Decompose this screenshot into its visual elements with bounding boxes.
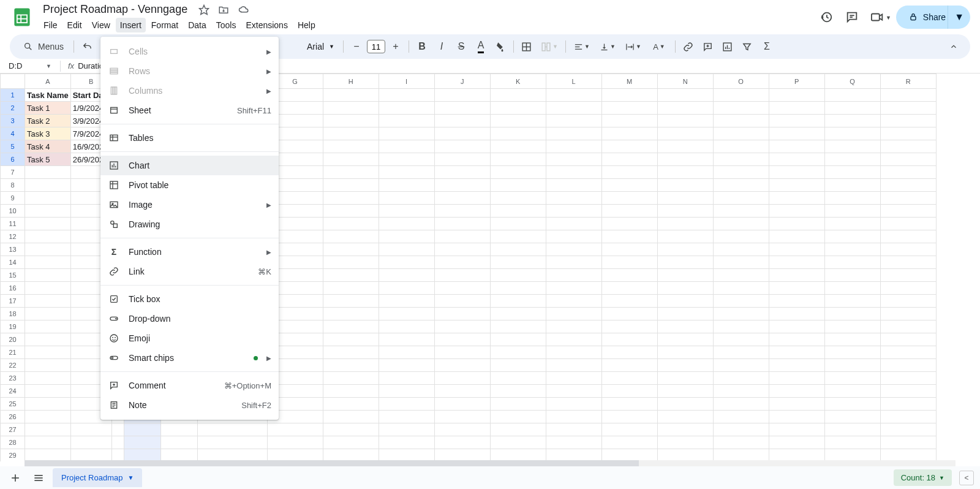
cell[interactable] xyxy=(713,333,769,346)
undo-button[interactable] xyxy=(78,37,96,56)
cell[interactable] xyxy=(769,115,824,127)
column-header-A[interactable]: A xyxy=(25,74,71,89)
cell[interactable] xyxy=(601,423,657,436)
cell[interactable] xyxy=(657,230,713,243)
filter-button[interactable] xyxy=(738,37,756,56)
cell[interactable] xyxy=(601,140,657,153)
cell[interactable] xyxy=(601,385,657,398)
cell[interactable] xyxy=(124,423,160,436)
cell[interactable] xyxy=(25,398,71,411)
cell[interactable] xyxy=(601,115,657,127)
cell[interactable] xyxy=(657,243,713,256)
meet-icon[interactable]: ▼ xyxy=(870,10,885,25)
cell[interactable] xyxy=(769,308,824,320)
cell[interactable] xyxy=(713,320,769,333)
row-header[interactable]: 1 xyxy=(1,89,25,102)
cell[interactable] xyxy=(323,320,379,333)
cell[interactable] xyxy=(824,115,880,127)
cell[interactable] xyxy=(379,115,434,127)
cell[interactable] xyxy=(323,359,379,372)
cell[interactable] xyxy=(880,218,936,230)
cell[interactable] xyxy=(713,269,769,282)
cell[interactable] xyxy=(769,282,824,295)
cell[interactable] xyxy=(546,140,601,153)
cell[interactable] xyxy=(713,153,769,166)
cell[interactable] xyxy=(434,372,490,385)
halign-button[interactable]: ▼ xyxy=(570,37,594,56)
column-header-K[interactable]: K xyxy=(490,74,546,89)
cell[interactable] xyxy=(434,115,490,127)
cell[interactable] xyxy=(490,205,546,218)
cell[interactable] xyxy=(880,385,936,398)
cell[interactable] xyxy=(824,179,880,192)
cell[interactable] xyxy=(601,308,657,320)
cell[interactable] xyxy=(323,449,379,462)
cell[interactable] xyxy=(713,140,769,153)
cell[interactable] xyxy=(824,230,880,243)
cell[interactable] xyxy=(323,205,379,218)
valign-button[interactable]: ▼ xyxy=(595,37,620,56)
cell[interactable] xyxy=(824,398,880,411)
cell[interactable] xyxy=(601,333,657,346)
cell[interactable] xyxy=(713,308,769,320)
select-all-corner[interactable] xyxy=(1,74,25,89)
cell[interactable] xyxy=(769,359,824,372)
cell[interactable] xyxy=(124,449,160,462)
cell[interactable] xyxy=(824,205,880,218)
cell[interactable] xyxy=(546,346,601,359)
cell[interactable] xyxy=(379,449,434,462)
cell[interactable] xyxy=(824,282,880,295)
menu-item-function[interactable]: ΣFunction▶ xyxy=(100,242,279,262)
menu-item-smart-chips[interactable]: Smart chips▶ xyxy=(100,348,279,368)
menu-item-link[interactable]: Link⌘K xyxy=(100,262,279,281)
document-title[interactable]: Project Roadmap - Venngage xyxy=(39,2,191,17)
cell[interactable] xyxy=(490,385,546,398)
cell[interactable] xyxy=(713,166,769,179)
cell[interactable] xyxy=(323,140,379,153)
cell[interactable] xyxy=(769,411,824,423)
menu-insert[interactable]: Insert xyxy=(116,18,146,32)
cell[interactable] xyxy=(546,269,601,282)
cell[interactable] xyxy=(197,423,267,436)
cell[interactable] xyxy=(25,436,71,449)
cell[interactable] xyxy=(546,295,601,308)
cell[interactable] xyxy=(880,359,936,372)
cell[interactable] xyxy=(197,449,267,462)
cell[interactable] xyxy=(379,436,434,449)
history-icon[interactable] xyxy=(819,10,834,25)
cell[interactable] xyxy=(824,102,880,115)
menu-help[interactable]: Help xyxy=(293,18,320,32)
cell[interactable] xyxy=(769,205,824,218)
cell[interactable] xyxy=(490,295,546,308)
column-header-P[interactable]: P xyxy=(769,74,824,89)
cell[interactable] xyxy=(880,115,936,127)
cell[interactable] xyxy=(769,372,824,385)
cell[interactable] xyxy=(769,423,824,436)
menu-extensions[interactable]: Extensions xyxy=(241,18,292,32)
cell[interactable] xyxy=(657,449,713,462)
menu-item-image[interactable]: Image▶ xyxy=(100,195,279,214)
cell[interactable] xyxy=(546,333,601,346)
cell[interactable] xyxy=(824,436,880,449)
cell[interactable] xyxy=(546,436,601,449)
cell[interactable] xyxy=(379,89,434,102)
row-header[interactable]: 8 xyxy=(1,179,25,192)
menu-data[interactable]: Data xyxy=(184,18,211,32)
row-header[interactable]: 23 xyxy=(1,372,25,385)
star-icon[interactable] xyxy=(198,4,209,15)
share-more-button[interactable]: ▼ xyxy=(948,6,970,29)
cell[interactable] xyxy=(769,230,824,243)
cell[interactable] xyxy=(434,359,490,372)
row-header[interactable]: 7 xyxy=(1,166,25,179)
cell[interactable] xyxy=(434,385,490,398)
cell[interactable] xyxy=(880,127,936,140)
cell[interactable] xyxy=(601,346,657,359)
cell[interactable] xyxy=(25,256,71,269)
cell[interactable] xyxy=(769,449,824,462)
cell[interactable] xyxy=(657,359,713,372)
cell[interactable] xyxy=(323,411,379,423)
cell[interactable] xyxy=(824,192,880,205)
cell[interactable] xyxy=(713,282,769,295)
cell[interactable] xyxy=(880,282,936,295)
cell[interactable] xyxy=(25,230,71,243)
